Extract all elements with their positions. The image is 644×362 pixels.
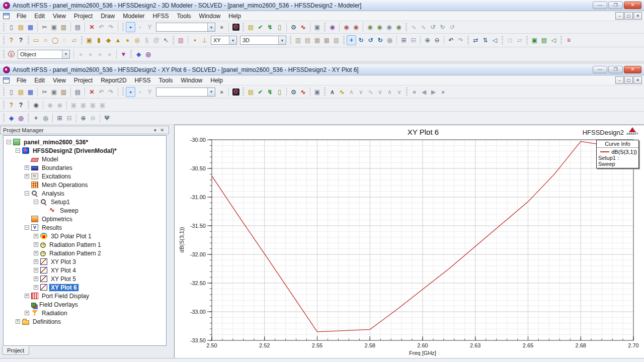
sphere-gc-button[interactable]: ●: [95, 49, 105, 59]
copy-button[interactable]: ▣: [49, 87, 59, 97]
chevron-down-icon[interactable]: ▼: [207, 23, 215, 31]
move-b-button[interactable]: ⇅: [480, 35, 490, 45]
mode-model-button[interactable]: Y: [145, 22, 154, 32]
funnel-button[interactable]: ▼: [119, 49, 128, 59]
help-topics-button[interactable]: ?: [7, 100, 16, 110]
toolbar-grip[interactable]: [560, 36, 562, 45]
tree-item-boundaries[interactable]: +Boundaries: [4, 163, 166, 172]
profile-button[interactable]: ▤: [246, 87, 256, 97]
wave-c-button[interactable]: ∧: [347, 87, 356, 97]
toolbar-grip[interactable]: [3, 23, 5, 32]
torus-button[interactable]: ◎: [132, 35, 142, 45]
chevron-down-icon[interactable]: ▼: [207, 88, 215, 96]
hfss-o-button[interactable]: O: [231, 87, 240, 97]
expand-toggle[interactable]: +: [34, 268, 38, 273]
expand-toggle[interactable]: −: [25, 225, 29, 230]
expand-toggle[interactable]: −: [7, 140, 11, 144]
menu-item-project[interactable]: Project: [70, 76, 97, 85]
menu-item-edit[interactable]: Edit: [30, 76, 49, 85]
expand-toggle[interactable]: +: [16, 319, 20, 324]
nav-prev-button[interactable]: ◀: [419, 87, 429, 97]
wave-h-button[interactable]: ∨: [394, 87, 404, 97]
menu-item-tools[interactable]: Tools: [173, 12, 195, 21]
sphere-gb-button[interactable]: ●: [86, 49, 95, 59]
eye-green-b-button[interactable]: ◉: [375, 22, 384, 32]
curve-b-button[interactable]: ∿: [419, 22, 428, 32]
help-pointer-button[interactable]: ?: [16, 100, 26, 110]
layers-button[interactable]: ≡: [564, 35, 574, 45]
profile-button[interactable]: ▤: [246, 22, 256, 32]
analyze-button[interactable]: ↯: [265, 22, 275, 32]
toolbar-grip[interactable]: [3, 114, 5, 122]
eye-color-button[interactable]: ◉: [31, 100, 41, 110]
menu-item-tools[interactable]: Tools: [155, 76, 177, 85]
bool-d-button[interactable]: ▩: [322, 35, 332, 45]
toolbar-grip[interactable]: [28, 114, 29, 122]
wave-e-button[interactable]: ∿: [366, 87, 375, 97]
toolbar-grip[interactable]: [173, 36, 174, 45]
close-button[interactable]: ✕: [624, 2, 641, 9]
mdi-close-button[interactable]: ✕: [633, 12, 642, 20]
chevron-down-icon[interactable]: ▼: [62, 50, 69, 58]
tree-item-panel-mimo2600-536[interactable]: −panel_mimo2600_536*: [4, 138, 166, 146]
menu-item-draw[interactable]: Draw: [97, 12, 119, 21]
toolbar-grip[interactable]: [526, 36, 528, 45]
rotate-b-button[interactable]: ↺: [366, 35, 375, 45]
expand-toggle[interactable]: −: [25, 191, 29, 196]
expand-toggle[interactable]: +: [25, 311, 29, 315]
project-manager-caption[interactable]: Project Manager ▾ ✕: [0, 126, 169, 134]
toolbar-grip[interactable]: [3, 101, 5, 109]
tree-item-radiation-pattern-1[interactable]: +Radiation Pattern 1: [4, 240, 166, 249]
toolbar-grip[interactable]: [3, 87, 5, 96]
eye-green-a-button[interactable]: ◉: [365, 22, 375, 32]
toolbar-grip[interactable]: [324, 87, 326, 96]
restore-button[interactable]: ❐: [608, 66, 623, 73]
wave-b-button[interactable]: ∿: [337, 87, 347, 97]
select-object-button[interactable]: ▪: [126, 22, 135, 32]
search-button[interactable]: ⊙: [289, 87, 298, 97]
tree-item-radiation[interactable]: +Radiation: [4, 309, 166, 317]
point-button[interactable]: •: [190, 35, 200, 45]
curve-a-button[interactable]: ∿: [409, 22, 419, 32]
chevron-down-icon[interactable]: ▼: [278, 36, 286, 44]
pink-box-button[interactable]: ▧: [176, 35, 186, 45]
zoom-out-g-button[interactable]: ⊖: [88, 113, 98, 123]
analyze-button[interactable]: ↯: [265, 87, 275, 97]
tree-item-sweep[interactable]: −Sweep: [4, 206, 166, 215]
redo-button[interactable]: ↷: [106, 87, 116, 97]
expand-toggle[interactable]: +: [25, 165, 29, 170]
bool-c-button[interactable]: ▦: [312, 35, 322, 45]
tree-item-optimetrics[interactable]: −Optimetrics: [4, 215, 166, 223]
toolbar-grip[interactable]: [3, 50, 5, 58]
open-button[interactable]: ▤: [16, 87, 26, 97]
expand-toggle[interactable]: +: [34, 277, 38, 281]
tree-item-model[interactable]: −Model: [4, 155, 166, 163]
toolbar-grip[interactable]: [122, 87, 124, 96]
copy-image-button[interactable]: ▣: [312, 22, 322, 32]
menu-item-view[interactable]: View: [49, 12, 70, 21]
spiral-button[interactable]: @: [151, 35, 161, 45]
expand-toggle[interactable]: +: [34, 242, 38, 247]
results-curve-button[interactable]: ∿: [298, 87, 308, 97]
toolbar-grip[interactable]: [290, 36, 291, 45]
wave-a-button[interactable]: ∧: [328, 87, 337, 97]
tree-item-3d-polar-plot-1[interactable]: +3D Polar Plot 1: [4, 232, 166, 240]
object-filter-combobox[interactable]: Object▼: [18, 50, 70, 59]
toolbar-grip[interactable]: [406, 87, 408, 96]
arc-b-button[interactable]: ↻: [438, 22, 447, 32]
toolbar-grip[interactable]: [28, 36, 29, 45]
fit-all-button[interactable]: ⊞: [399, 35, 409, 45]
copy-image-button[interactable]: ▣: [312, 87, 322, 97]
undo-button[interactable]: ↶: [97, 87, 106, 97]
tree-item-port-field-display[interactable]: +Port Field Display: [4, 292, 166, 300]
eye-gb-button[interactable]: ◉: [55, 100, 64, 110]
drawing-mode-combobox[interactable]: 3D▼: [240, 36, 286, 45]
cut-button[interactable]: ✂: [40, 87, 49, 97]
undo-view-button[interactable]: ↶: [446, 35, 456, 45]
eye-red-a-button[interactable]: ◉: [342, 22, 351, 32]
toolbar-grip[interactable]: [28, 101, 29, 109]
menu-item-edit[interactable]: Edit: [30, 12, 49, 21]
zoom-in-button[interactable]: ⊕: [423, 35, 432, 45]
gray-a-button[interactable]: ▣: [69, 100, 78, 110]
chevron-down-icon[interactable]: ▼: [229, 36, 236, 44]
